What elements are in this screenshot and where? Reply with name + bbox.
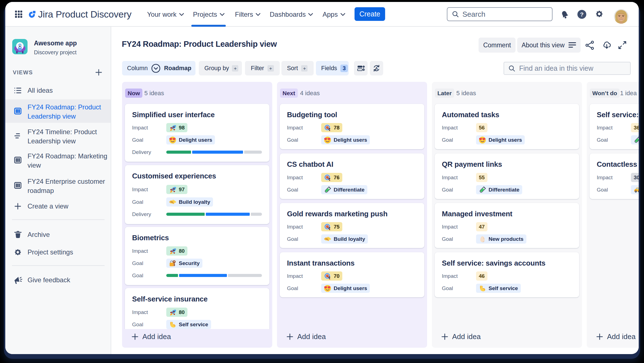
svg-text:A: A — [375, 66, 378, 71]
svg-text:?: ? — [580, 11, 584, 18]
